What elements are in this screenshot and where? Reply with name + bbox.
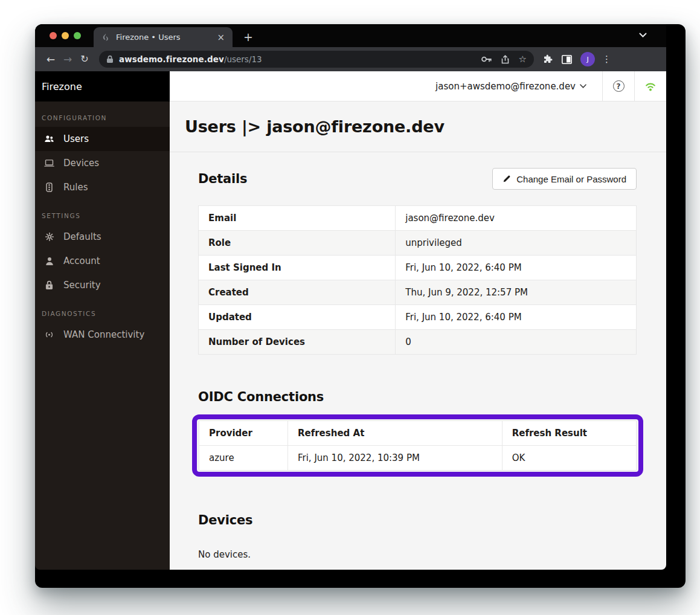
sidebar-item-users[interactable]: Users [35, 127, 170, 151]
table-row: Last Signed InFri, Jun 10, 2022, 6:40 PM [199, 256, 637, 280]
table-row: Emailjason@firezone.dev [199, 206, 637, 231]
sidebar-section-settings: SETTINGS [35, 199, 170, 225]
tab-title: Firezone • Users [116, 33, 215, 42]
browser-tab[interactable]: Firezone • Users × [94, 27, 233, 47]
password-key-icon[interactable] [481, 56, 492, 63]
sidebar-item-rules[interactable]: Rules [35, 175, 170, 199]
side-panel-icon[interactable] [562, 55, 572, 64]
change-email-password-button[interactable]: Change Email or Password [492, 168, 637, 190]
lock-icon[interactable] [106, 55, 114, 63]
url-path: /users/13 [224, 54, 262, 64]
tab-close-icon[interactable]: × [215, 32, 226, 43]
zoom-window-button[interactable] [74, 32, 81, 39]
extensions-puzzle-icon[interactable] [542, 54, 553, 65]
details-table: Emailjason@firezone.dev Roleunprivileged… [198, 205, 637, 355]
table-row: azure Fri, Jun 10, 2022, 10:39 PM OK [199, 446, 637, 471]
table-row: UpdatedFri, Jun 10, 2022, 6:40 PM [199, 305, 637, 330]
page-header: Users |> jason@firezone.dev [170, 101, 666, 152]
help-button[interactable]: ? [602, 71, 634, 101]
tab-strip: Firezone • Users × + [35, 24, 666, 47]
table-header-row: Provider Refreshed At Refresh Result [199, 421, 637, 446]
lock-icon [44, 280, 54, 290]
sidebar-item-label: Rules [63, 182, 88, 193]
laptop-icon [44, 159, 54, 167]
table-row: Roleunprivileged [199, 231, 637, 256]
back-button[interactable]: ← [42, 54, 59, 65]
sidebar-item-defaults[interactable]: Defaults [35, 225, 170, 249]
users-icon [44, 135, 54, 143]
sidebar-item-devices[interactable]: Devices [35, 151, 170, 175]
devices-heading: Devices [198, 513, 637, 527]
person-icon [44, 257, 54, 266]
sidebar-item-label: WAN Connectivity [63, 329, 144, 340]
connectivity-status-button[interactable] [634, 71, 666, 101]
oidc-connections-heading: OIDC Connections [198, 390, 324, 404]
close-window-button[interactable] [50, 32, 57, 39]
oidc-connections-table: Provider Refreshed At Refresh Result azu… [199, 420, 637, 471]
broadcast-icon [44, 331, 54, 338]
reload-button[interactable]: ↻ [76, 54, 93, 64]
chevron-down-icon [580, 84, 586, 88]
browser-profile-avatar[interactable]: J [580, 52, 595, 66]
wifi-icon [644, 82, 657, 91]
highlight-annotation-box: Provider Refreshed At Refresh Result azu… [192, 414, 643, 477]
sidebar-item-label: Security [63, 280, 101, 291]
account-menu[interactable]: jason+awsdemo@firezone.dev [435, 71, 602, 101]
table-row: Number of Devices0 [199, 330, 637, 355]
sidebar-item-security[interactable]: Security [35, 273, 170, 297]
sidebar-section-diagnostics: DIAGNOSTICS [35, 297, 170, 323]
url-host: awsdemo.firezone.dev [119, 54, 224, 64]
account-email: jason+awsdemo@firezone.dev [435, 81, 576, 92]
gear-icon [44, 232, 54, 242]
sidebar-item-account[interactable]: Account [35, 249, 170, 273]
devices-empty-text: No devices. [198, 549, 637, 560]
sidebar-item-label: Users [63, 134, 89, 144]
window-controls [50, 32, 81, 39]
table-row: CreatedThu, Jun 9, 2022, 12:57 PM [199, 280, 637, 305]
help-icon: ? [613, 80, 625, 92]
browser-toolbar: ← → ↻ awsdemo.firezone.dev/users/13 ☆ [35, 47, 666, 71]
browser-menu-icon[interactable]: ⋮ [602, 54, 611, 65]
account-bar: jason+awsdemo@firezone.dev ? [170, 71, 666, 101]
bookmark-star-icon[interactable]: ☆ [519, 54, 527, 65]
sidebar-item-label: Devices [63, 158, 99, 169]
sidebar-item-wan-connectivity[interactable]: WAN Connectivity [35, 323, 170, 347]
details-heading: Details [198, 172, 247, 186]
traffic-light-icon [44, 182, 54, 192]
forward-button[interactable]: → [59, 54, 76, 65]
brand-logo[interactable]: Firezone [35, 71, 170, 101]
firezone-favicon-icon [101, 33, 111, 42]
browser-window: Firezone • Users × + ← → ↻ awsdemo.firez… [35, 24, 686, 588]
pencil-icon [503, 175, 511, 183]
sidebar-section-configuration: CONFIGURATION [35, 101, 170, 127]
minimize-window-button[interactable] [62, 32, 69, 39]
sidebar-item-label: Defaults [63, 231, 101, 242]
page-title: Users |> jason@firezone.dev [185, 117, 445, 136]
sidebar: Firezone CONFIGURATION Users Devices [35, 71, 170, 570]
new-tab-button[interactable]: + [243, 31, 253, 43]
address-bar[interactable]: awsdemo.firezone.dev/users/13 ☆ [99, 51, 534, 68]
sidebar-item-label: Account [63, 256, 100, 266]
share-icon[interactable] [501, 55, 509, 64]
tab-search-chevron-icon[interactable] [639, 33, 647, 37]
